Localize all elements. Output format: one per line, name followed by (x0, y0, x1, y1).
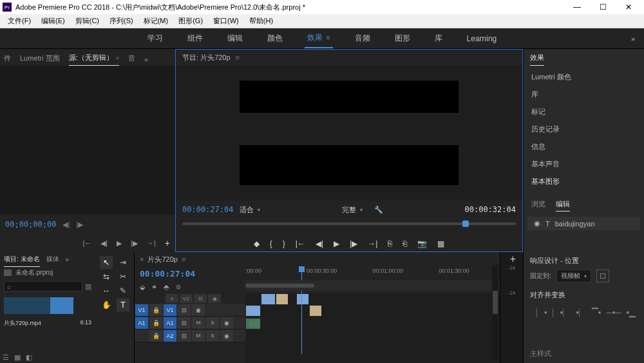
solo-button[interactable]: S (206, 317, 219, 329)
tab-project[interactable]: 项目: 未命名 (4, 252, 40, 267)
window-close-button[interactable]: ✕ (616, 0, 641, 14)
play-icon[interactable]: ▶ (334, 239, 339, 248)
clip-thumbnail[interactable] (4, 297, 73, 314)
sync-lock-icon[interactable]: ⊟ (178, 304, 191, 316)
add-marker-icon[interactable]: ◆ (254, 239, 260, 248)
tab-lumetri-scopes[interactable]: Lumetri 范围 (20, 51, 60, 66)
extract-icon[interactable]: ⎗ (402, 239, 407, 248)
mute-button[interactable]: M (192, 330, 205, 342)
menu-edit[interactable]: 编辑(E) (36, 15, 70, 27)
new-bin-icon[interactable]: ▥ (85, 282, 91, 291)
track-lock-icon[interactable]: 🔒 (149, 304, 162, 316)
track-lock-icon[interactable]: 🔒 (149, 330, 162, 342)
workspace-overflow-button[interactable]: » (631, 35, 635, 43)
track-target-a2[interactable]: A2 (164, 330, 176, 342)
panel-markers[interactable]: 标记 (524, 103, 644, 121)
tab-source-overflow[interactable]: » (144, 53, 148, 66)
pin-to-dropdown[interactable]: 视频帧▾ (556, 270, 591, 282)
pen-tool-icon[interactable]: ✎ (117, 284, 129, 297)
subtab-edit[interactable]: 编辑 (556, 199, 570, 211)
slip-tool-icon[interactable]: ↔ (100, 284, 113, 297)
sync-lock-icon[interactable]: ⊟ (178, 330, 191, 342)
track-target-a1[interactable]: A1 (164, 317, 176, 329)
panel-history[interactable]: 历史记录 (524, 121, 644, 138)
project-search-input[interactable]: ⌕ (4, 281, 82, 291)
track-lock-icon[interactable]: 🔒 (149, 317, 162, 329)
razor-tool-icon[interactable]: ✂ (117, 270, 129, 283)
workspace-editing[interactable]: 编辑 (225, 29, 245, 48)
pin-diagram[interactable] (596, 270, 609, 282)
tab-truncated[interactable]: 件 (4, 51, 11, 66)
snap-icon[interactable]: ⬙ (140, 283, 145, 291)
workspace-effects[interactable]: 效果≡ (305, 28, 333, 48)
settings-icon[interactable]: 🔧 (374, 206, 383, 214)
tab-effects[interactable]: 效果 (530, 50, 544, 66)
panel-library[interactable]: 库 (524, 86, 644, 103)
menu-window[interactable]: 窗口(W) (208, 15, 244, 27)
track-select-tool-icon[interactable]: ⇥ (117, 256, 129, 269)
ripple-edit-tool-icon[interactable]: ⇆ (100, 270, 113, 283)
menu-marker[interactable]: 标记(M) (138, 15, 174, 27)
timeline-sequence-name[interactable]: 片头720p (147, 255, 177, 264)
graphics-layer-row[interactable]: ◉ T baidujingyan (527, 217, 640, 230)
freeform-view-icon[interactable]: ◧ (26, 353, 32, 362)
video-clip[interactable] (245, 305, 261, 317)
step-forward-icon[interactable]: |▶ (350, 239, 357, 248)
video-clip[interactable] (261, 293, 276, 305)
playhead-icon[interactable] (462, 221, 469, 227)
program-scrubber[interactable] (176, 222, 522, 234)
source-play-icon[interactable]: ▶ (117, 239, 122, 248)
program-current-timecode[interactable]: 00:00:27:04 (182, 205, 233, 214)
go-to-in-icon[interactable]: |← (296, 239, 305, 248)
voiceover-icon[interactable]: ◉ (220, 317, 233, 329)
source-step-back-icon[interactable]: ◀| (62, 221, 70, 229)
panel-essential-sound[interactable]: 基本声音 (524, 155, 644, 173)
program-sequence-name[interactable]: 片头720p (200, 53, 230, 63)
step-back-icon[interactable]: ◀| (316, 239, 323, 248)
source-add-button-icon[interactable]: + (165, 238, 170, 248)
timeline-playhead-icon[interactable] (299, 266, 305, 272)
toggle-output-icon[interactable]: ◉ (192, 304, 205, 316)
source-go-next-icon[interactable]: →| (147, 239, 156, 247)
workspace-graphics[interactable]: 图形 (392, 29, 413, 48)
menu-sequence[interactable]: 序列(S) (104, 15, 138, 27)
mark-out-icon[interactable]: } (283, 239, 285, 248)
track-label-v2[interactable]: V2 (180, 294, 193, 303)
selection-tool-icon[interactable]: ↖ (100, 256, 113, 269)
hand-tool-icon[interactable]: ✋ (100, 299, 113, 311)
source-step-fwd-icon[interactable]: |▶ (76, 221, 83, 229)
playback-quality-dropdown[interactable]: 完整▾ (342, 205, 363, 215)
panel-lumetri-color[interactable]: Lumetri 颜色 (524, 68, 644, 86)
timeline-tracks-area[interactable] (245, 293, 500, 363)
tab-audio-truncated[interactable]: 音 (128, 51, 135, 66)
align-bottom-icon[interactable]: ▪▁ (626, 308, 636, 318)
timeline-zoom-bar[interactable] (245, 284, 314, 288)
menu-clip[interactable]: 剪辑(C) (70, 15, 104, 27)
mute-button[interactable]: M (192, 317, 205, 329)
menu-graphics[interactable]: 图形(G) (173, 15, 208, 27)
track-target-v1[interactable]: V1 (164, 304, 176, 316)
timeline-ruler[interactable]: :00:00 00:00:30:00 00:01:00:00 00:01:30:… (245, 266, 500, 280)
align-top-icon[interactable]: ▔▪ (592, 308, 601, 318)
workspace-audio[interactable]: 音频 (352, 29, 373, 48)
source-patch-v1[interactable]: V1 (135, 304, 148, 316)
workspace-learn[interactable]: 学习 (145, 29, 166, 48)
solo-button[interactable]: S (206, 330, 219, 342)
marker-span-icon[interactable]: ⬘ (164, 283, 169, 291)
panel-info[interactable]: 信息 (524, 138, 644, 155)
zoom-fit-dropdown[interactable]: 适合▾ (240, 205, 260, 215)
timeline-vertical-scrollbar[interactable] (492, 265, 498, 360)
comparison-view-icon[interactable]: ▦ (437, 239, 444, 248)
tab-source[interactable]: 源:（无剪辑）≡ (69, 50, 119, 66)
workspace-color[interactable]: 颜色 (265, 29, 285, 48)
source-go-prev-icon[interactable]: |← (82, 239, 91, 247)
tab-media-browser[interactable]: 媒体 (46, 252, 59, 266)
subtab-browse[interactable]: 浏览 (531, 199, 545, 211)
export-frame-icon[interactable]: 📷 (417, 239, 427, 248)
video-clip[interactable] (309, 305, 322, 317)
source-patch-a1[interactable]: A1 (135, 317, 148, 329)
align-right-icon[interactable]: ▪⎸ (576, 308, 587, 318)
video-clip[interactable] (296, 293, 309, 305)
mark-in-icon[interactable]: { (270, 239, 272, 248)
window-maximize-button[interactable]: ☐ (590, 0, 616, 14)
